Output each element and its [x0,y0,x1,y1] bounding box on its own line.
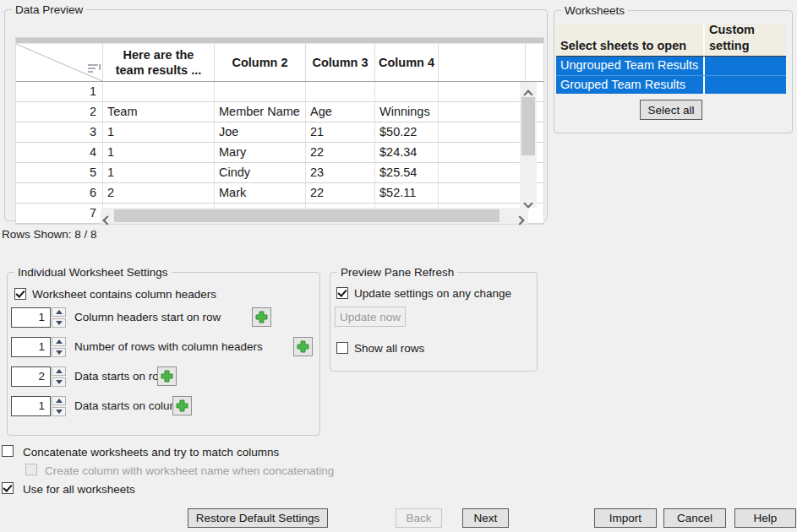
table-row[interactable]: 6 2 Mark 22 $52.11 [16,183,543,204]
update-on-change-label: Update settings on any change [354,287,511,301]
header-filler [526,44,543,81]
scroll-down-icon[interactable] [523,198,532,208]
add-rows-with-headers-button[interactable] [293,337,313,356]
spinner-up-icon[interactable] [52,396,66,405]
worksheets-title: Worksheets [561,3,628,18]
import-button[interactable]: Import [594,508,657,528]
column-header-5[interactable] [439,44,526,81]
sheets-column-header: Select sheets to open [556,24,703,56]
data-starts-row-input[interactable]: 2 [11,366,51,387]
plus-icon [161,370,173,383]
back-button: Back [396,508,442,528]
add-column-headers-start-row-button[interactable] [252,307,271,327]
spinner-down-icon[interactable] [52,377,66,387]
worksheets-table-header: Select sheets to open Custom setting [556,24,786,57]
table-row[interactable]: 4 1 Mary 22 $24.34 [16,143,543,163]
restore-default-settings-button[interactable]: Restore Default Settings [188,508,328,528]
individual-worksheet-settings-title: Individual Worksheet Settings [14,265,172,280]
cell: 22 [306,183,375,203]
cell: Mark [215,183,306,203]
rows-shown-status: Rows Shown: 8 / 8 [2,228,97,242]
concatenate-worksheets-label: Concatenate worksheets and try to match … [23,446,279,459]
column-resize-bar[interactable] [16,38,543,44]
cell: 23 [306,163,375,182]
concatenate-worksheets-checkbox[interactable] [2,445,14,457]
horizontal-scrollbar-thumb[interactable] [114,209,499,222]
column-headers-start-row-stepper [52,307,66,328]
table-row[interactable]: 5 1 Cindy 23 $25.54 [16,163,543,183]
custom-setting-column-header: Custom setting [703,24,786,56]
spinner-up-icon[interactable] [52,337,66,346]
update-on-change-checkbox[interactable] [336,287,348,299]
cell [439,102,526,122]
spinner-down-icon[interactable] [52,348,66,357]
select-all-button[interactable]: Select all [640,100,702,120]
column-header-1[interactable]: Here are the team results ... [103,44,215,81]
cancel-button[interactable]: Cancel [663,508,726,528]
cell: 1 [103,122,215,142]
table-row[interactable]: 2 Team Member Name Age Winnings [16,102,543,122]
scroll-right-icon[interactable] [515,215,524,225]
excel-import-wizard-dialog: Data Preview Here are the team results .… [0,0,797,532]
worksheet-contains-headers-checkbox[interactable] [14,288,26,300]
help-button[interactable]: Help [734,508,796,528]
spinner-down-icon[interactable] [52,318,66,328]
add-data-starts-column-button[interactable] [172,396,192,415]
worksheet-name: Grouped Team Results [556,76,703,94]
data-preview-group: Data Preview Here are the team results .… [4,9,548,221]
create-column-checkbox [25,464,37,475]
table-row[interactable]: 1 [16,82,543,102]
plus-icon [176,399,188,412]
cell: Team [103,102,215,122]
show-all-rows-checkbox[interactable] [336,342,348,354]
cell: 1 [103,143,215,162]
column-header-3[interactable]: Column 3 [306,44,375,81]
data-preview-table: Here are the team results ... Column 2 C… [15,37,544,225]
cell: $25.54 [375,163,439,182]
table-row[interactable]: 3 1 Joe 21 $50.22 [16,122,543,143]
data-starts-column-input[interactable]: 1 [11,396,51,416]
cell: 2 [103,183,215,203]
spinner-up-icon[interactable] [52,366,66,376]
worksheet-row-grouped[interactable]: Grouped Team Results [556,75,786,94]
vertical-scrollbar[interactable] [520,82,537,208]
column-format-icon[interactable] [87,62,101,75]
preview-pane-refresh-title: Preview Pane Refresh [337,265,457,280]
spinner-up-icon[interactable] [52,307,66,317]
cell: $50.22 [375,122,439,142]
worksheet-contains-headers-label: Worksheet contains column headers [32,288,216,301]
data-starts-column-label: Data starts on column [74,399,185,413]
cell [439,122,526,142]
cell: 22 [306,143,375,162]
cell: Mary [215,143,306,162]
column-headers-start-row-label: Column headers start on row [74,311,221,324]
add-data-starts-row-button[interactable] [157,366,177,386]
row-number: 3 [16,122,103,142]
cell: Age [306,102,375,122]
column-header-2[interactable]: Column 2 [215,44,306,81]
vertical-scrollbar-thumb[interactable] [521,97,535,155]
horizontal-scrollbar[interactable] [101,208,528,224]
cell [439,82,526,101]
next-button[interactable]: Next [462,508,509,528]
row-number: 7 [16,204,103,223]
scroll-left-icon[interactable] [102,215,112,225]
cell [439,163,526,182]
cell [439,183,526,203]
row-number: 5 [16,163,103,182]
plus-icon [255,311,268,323]
spinner-down-icon[interactable] [52,407,66,416]
row-number: 2 [16,102,103,122]
create-column-label: Create column with worksheet name when c… [45,464,334,478]
rows-with-headers-input[interactable]: 1 [11,337,51,357]
cell: 21 [306,122,375,142]
worksheet-name: Ungrouped Team Results [556,57,703,75]
column-headers-start-row-input[interactable]: 1 [11,307,51,328]
cell [215,82,306,101]
cell [103,82,215,101]
use-for-all-worksheets-checkbox[interactable] [2,482,14,494]
cell [306,82,375,101]
column-header-4[interactable]: Column 4 [375,44,439,81]
data-preview-title: Data Preview [12,3,86,17]
worksheet-row-ungrouped[interactable]: Ungrouped Team Results [556,57,786,75]
